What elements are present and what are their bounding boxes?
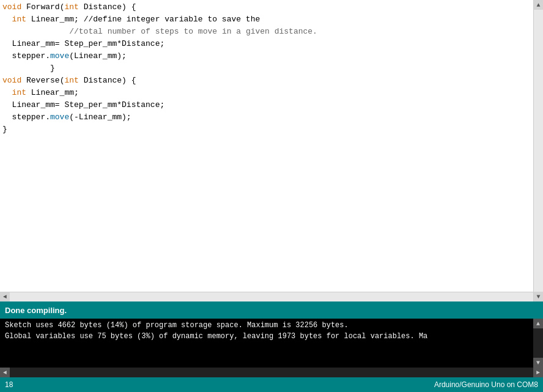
code-editor: void Forward(int Distance) { int Linear_… — [0, 0, 543, 301]
info-bar: 18 Arduino/Genuino Uno on COM8 — [0, 377, 543, 392]
code-line — [0, 223, 543, 235]
code-line: Linear_mm= Step_per_mm*Distance; — [0, 39, 543, 51]
code-line — [0, 149, 543, 161]
console-area: Sketch uses 4662 bytes (14%) of program … — [0, 319, 543, 368]
code-line: } — [0, 125, 543, 137]
code-line — [0, 174, 543, 186]
console-vertical-scrollbar[interactable]: ▲ ▼ — [533, 319, 543, 368]
code-line: stepper.move(Linear_mm); — [0, 51, 543, 64]
code-content[interactable]: void Forward(int Distance) { int Linear_… — [0, 0, 543, 292]
horizontal-scrollbar-code[interactable]: ◄ ► — [0, 292, 543, 301]
scroll-track-vertical[interactable] — [534, 10, 543, 292]
console-line: Global variables use 75 bytes (3%) of dy… — [5, 332, 528, 343]
code-line: int Linear_mm; — [0, 88, 543, 100]
console-scroll-down[interactable]: ▼ — [533, 358, 543, 368]
console-section: Sketch uses 4662 bytes (14%) of program … — [0, 319, 543, 377]
console-scroll-left[interactable]: ◄ — [0, 368, 10, 377]
console-scroll-up[interactable]: ▲ — [533, 319, 543, 328]
code-line: stepper.move(-Linear_mm); — [0, 113, 543, 125]
code-line — [0, 186, 543, 198]
console-content: Sketch uses 4662 bytes (14%) of program … — [0, 319, 533, 368]
code-line: void Reverse(int Distance) { — [0, 76, 543, 88]
line-number: 18 — [5, 380, 13, 389]
status-message: Done compiling. — [5, 306, 67, 315]
vertical-scrollbar[interactable]: ▲ ▼ — [533, 0, 543, 292]
scroll-track-horizontal-code[interactable] — [10, 292, 533, 301]
code-line: int Linear_mm; //define integer variable… — [0, 15, 543, 27]
code-line: } — [0, 64, 543, 76]
code-line — [0, 210, 543, 223]
code-line — [0, 198, 543, 210]
scroll-up-button[interactable]: ▲ — [534, 0, 544, 10]
console-line: Sketch uses 4662 bytes (14%) of program … — [5, 321, 528, 332]
console-hscroll-track[interactable] — [10, 368, 533, 377]
status-bar: Done compiling. — [0, 301, 543, 319]
code-line: Linear_mm= Step_per_mm*Distance; — [0, 100, 543, 113]
scroll-left-button-code[interactable]: ◄ — [0, 292, 10, 302]
code-line — [0, 161, 543, 174]
console-scroll-track[interactable] — [533, 328, 543, 358]
console-horizontal-scrollbar[interactable]: ◄ ► — [0, 368, 543, 377]
console-scroll-right[interactable]: ► — [533, 368, 543, 377]
code-line: //total number of steps to move in a giv… — [0, 27, 543, 39]
board-info: Arduino/Genuino Uno on COM8 — [434, 380, 538, 389]
code-line: void Forward(int Distance) { — [0, 2, 543, 15]
code-line — [0, 137, 543, 149]
